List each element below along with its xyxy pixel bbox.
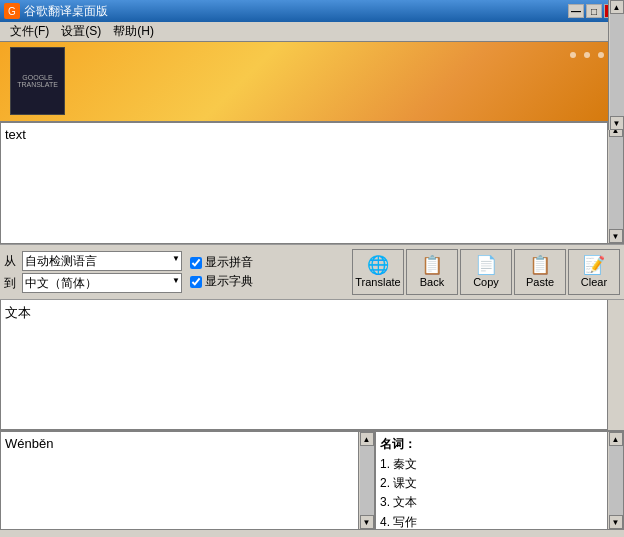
banner-decoration: [570, 52, 604, 58]
back-label: Back: [420, 276, 444, 288]
menu-bar: 文件(F) 设置(S) 帮助(H): [0, 22, 624, 42]
dict-items: 1. 秦文 2. 课文 3. 文本 4. 写作: [380, 455, 619, 532]
phonetic-panel: Wénběn ▲ ▼: [0, 431, 375, 530]
action-buttons: 🌐 Translate 📋 Back 📄 Copy 📋 Paste 📝 Clea…: [352, 249, 620, 295]
output-scroll-track: [610, 14, 624, 116]
banner: GOOGLETRANSLATE: [0, 42, 624, 122]
scroll-down-arrow[interactable]: ▼: [609, 229, 623, 243]
source-area: text ▲ ▼: [0, 122, 624, 244]
paste-button[interactable]: 📋 Paste: [514, 249, 566, 295]
phonetic-scrollbar[interactable]: ▲ ▼: [358, 432, 374, 529]
dict-label: 显示字典: [205, 273, 253, 290]
output-scrollbar[interactable]: ▲ ▼: [608, 0, 624, 130]
output-area: 文本 ▲ ▼: [0, 300, 624, 430]
pinyin-checkbox[interactable]: [190, 257, 202, 269]
dict-scrollbar[interactable]: ▲ ▼: [607, 432, 623, 529]
scroll-track: [609, 137, 623, 229]
dict-checkbox-row: 显示字典: [190, 273, 253, 290]
list-item: 4. 写作: [380, 513, 619, 532]
back-icon: 📋: [421, 256, 443, 274]
paste-icon: 📋: [529, 256, 551, 274]
clear-button[interactable]: 📝 Clear: [568, 249, 620, 295]
minimize-button[interactable]: —: [568, 4, 584, 18]
copy-label: Copy: [473, 276, 499, 288]
to-row: 到 中文（简体）: [4, 273, 182, 293]
output-scroll-up[interactable]: ▲: [610, 0, 624, 14]
to-select-wrapper: 中文（简体）: [22, 273, 182, 293]
dictionary-panel: 名词： 1. 秦文 2. 课文 3. 文本 4. 写作 ▲ ▼: [375, 431, 624, 530]
output-scroll-down[interactable]: ▼: [610, 116, 624, 130]
from-language-select[interactable]: 自动检测语言: [22, 251, 182, 271]
pinyin-label: 显示拼音: [205, 254, 253, 271]
clear-icon: 📝: [583, 256, 605, 274]
copy-icon: 📄: [475, 256, 497, 274]
window-title: 谷歌翻译桌面版: [24, 3, 108, 20]
dict-scroll-up[interactable]: ▲: [609, 432, 623, 446]
phonetic-scroll-track: [360, 446, 374, 515]
translate-icon: 🌐: [367, 256, 389, 274]
title-bar: G 谷歌翻译桌面版 — □ ✕: [0, 0, 624, 22]
dict-title: 名词：: [380, 436, 619, 453]
dict-scroll-down[interactable]: ▼: [609, 515, 623, 529]
back-button[interactable]: 📋 Back: [406, 249, 458, 295]
language-controls: 从 自动检测语言 到 中文（简体）: [4, 251, 182, 293]
menu-help[interactable]: 帮助(H): [107, 21, 160, 42]
list-item: 1. 秦文: [380, 455, 619, 474]
menu-settings[interactable]: 设置(S): [55, 21, 107, 42]
copy-button[interactable]: 📄 Copy: [460, 249, 512, 295]
phonetic-content: Wénběn: [5, 436, 370, 525]
pinyin-checkbox-row: 显示拼音: [190, 254, 253, 271]
paste-label: Paste: [526, 276, 554, 288]
bottom-section: Wénběn ▲ ▼ 名词： 1. 秦文 2. 课文 3. 文本 4. 写作 ▲…: [0, 430, 624, 530]
app-icon: G: [4, 3, 20, 19]
phonetic-scroll-down[interactable]: ▼: [360, 515, 374, 529]
dict-content: 名词： 1. 秦文 2. 课文 3. 文本 4. 写作: [380, 436, 619, 525]
phonetic-scroll-up[interactable]: ▲: [360, 432, 374, 446]
menu-file[interactable]: 文件(F): [4, 21, 55, 42]
from-row: 从 自动检测语言: [4, 251, 182, 271]
output-textarea[interactable]: 文本: [0, 300, 608, 430]
translate-button[interactable]: 🌐 Translate: [352, 249, 404, 295]
list-item: 2. 课文: [380, 474, 619, 493]
to-label: 到: [4, 275, 18, 292]
clear-label: Clear: [581, 276, 607, 288]
from-label: 从: [4, 253, 18, 270]
from-select-wrapper: 自动检测语言: [22, 251, 182, 271]
dict-checkbox[interactable]: [190, 276, 202, 288]
translate-label: Translate: [355, 276, 400, 288]
source-scrollbar[interactable]: ▲ ▼: [607, 123, 623, 243]
banner-book-image: GOOGLETRANSLATE: [10, 47, 65, 115]
maximize-button[interactable]: □: [586, 4, 602, 18]
source-input[interactable]: text: [1, 123, 609, 243]
dict-scroll-track: [609, 446, 623, 515]
phonetic-text: Wénběn: [5, 436, 53, 451]
list-item: 3. 文本: [380, 493, 619, 512]
controls-bar: 从 自动检测语言 到 中文（简体） 显示拼音 显示字典: [0, 244, 624, 300]
to-language-select[interactable]: 中文（简体）: [22, 273, 182, 293]
title-bar-left: G 谷歌翻译桌面版: [4, 3, 108, 20]
checkbox-group: 显示拼音 显示字典: [190, 254, 253, 290]
